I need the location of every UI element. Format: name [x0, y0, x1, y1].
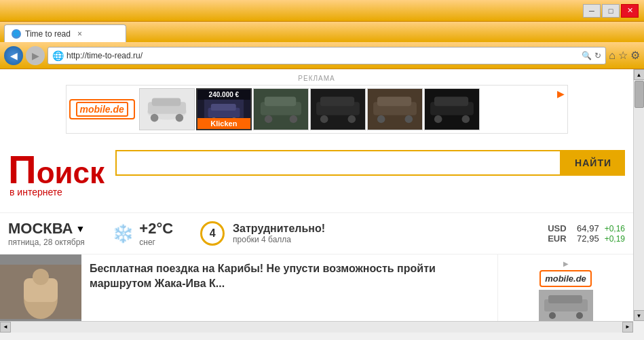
forward-button[interactable]: ▶ — [26, 46, 45, 65]
window-controls: ─ □ ✕ — [583, 4, 639, 18]
svg-point-4 — [151, 114, 159, 122]
news-text[interactable]: Бесплатная поездка на Карибы! Не упусти … — [81, 254, 497, 321]
traffic-info: 4 Затруднительно! пробки 4 балла — [200, 221, 325, 246]
back-icon: ◀ — [10, 50, 18, 61]
currency-change-eur: +0,19 — [605, 234, 625, 244]
search-section: П оиск в интернете НАЙТИ — [0, 139, 633, 212]
url-text: http://time-to-read.ru/ — [67, 51, 579, 60]
close-button[interactable]: ✕ — [621, 4, 639, 18]
news-ad-label: ▶ — [563, 260, 569, 267]
svg-rect-28 — [434, 97, 468, 107]
traffic-text: Затруднительно! — [233, 223, 325, 235]
search-input[interactable] — [122, 157, 554, 169]
favicon-icon: 🌐 — [52, 50, 64, 61]
klicken-button[interactable]: Klicken — [197, 118, 250, 129]
page-content: РЕКЛАМА mobile.de 2 — [0, 69, 633, 321]
car-thumb-4[interactable] — [310, 88, 366, 130]
car-thumb-3[interactable] — [253, 88, 309, 130]
car-thumb-6[interactable] — [424, 88, 480, 130]
ad-logo-text: mobile.de — [76, 102, 128, 117]
scroll-down-button[interactable]: ▼ — [634, 310, 645, 321]
ad-inner: mobile.de 240.000 € — [66, 85, 568, 134]
svg-point-14 — [265, 115, 273, 124]
active-tab[interactable]: 🌐 Time to read × — [4, 24, 126, 42]
svg-point-34 — [33, 269, 49, 285]
tab-bar: 🌐 Time to read × — [0, 22, 644, 42]
svg-point-15 — [289, 115, 297, 124]
svg-point-29 — [434, 115, 442, 124]
currency-value-eur: 72,95 — [572, 233, 599, 244]
news-ad-logo: mobile.de — [539, 270, 592, 287]
svg-point-20 — [347, 115, 356, 124]
svg-point-30 — [461, 115, 470, 124]
scroll-track[interactable] — [634, 80, 645, 310]
titlebar: ─ □ ✕ — [0, 0, 644, 22]
scroll-thumb[interactable] — [634, 81, 644, 108]
scroll-left-button[interactable]: ◄ — [0, 322, 11, 333]
scroll-up-button[interactable]: ▲ — [634, 69, 645, 80]
svg-rect-18 — [320, 97, 354, 107]
car-thumb-5[interactable] — [367, 88, 423, 130]
search-icon: 🔍 — [582, 51, 592, 60]
refresh-icon[interactable]: ↻ — [594, 51, 601, 60]
search-input-wrap[interactable] — [115, 150, 561, 176]
weather-section: МОСКВА ▼ пятница, 28 октября ❄️ +2°С сне… — [0, 212, 633, 254]
weather-info: ❄️ +2°С снег — [112, 220, 173, 247]
svg-point-24 — [377, 115, 385, 124]
search-brand: П оиск в интернете НАЙТИ — [8, 150, 625, 197]
minimize-button[interactable]: ─ — [583, 4, 601, 18]
city-date: пятница, 28 октября — [8, 238, 85, 247]
city-name: МОСКВА — [8, 220, 73, 238]
svg-point-5 — [175, 114, 183, 122]
weather-temp: +2°С — [139, 220, 173, 238]
car-thumb-1[interactable] — [139, 88, 195, 130]
ad-logo[interactable]: mobile.de — [69, 99, 135, 119]
car-thumb-2[interactable]: 240.000 € Klicken — [196, 88, 252, 130]
currency-value-usd: 64,97 — [572, 223, 599, 233]
currency-section: USD 64,97 +0,16 EUR 72,95 +0,19 — [546, 223, 625, 244]
settings-icon[interactable]: ⚙ — [630, 49, 640, 62]
city-info: МОСКВА ▼ пятница, 28 октября — [8, 220, 85, 247]
svg-point-25 — [404, 115, 413, 124]
svg-rect-37 — [548, 295, 582, 303]
home-icon[interactable]: ⌂ — [609, 50, 615, 62]
brand-rest: оиск — [37, 158, 105, 188]
svg-point-38 — [549, 312, 556, 319]
svg-point-19 — [320, 115, 328, 124]
favorites-icon[interactable]: ☆ — [618, 49, 628, 62]
city-dropdown[interactable]: ▼ — [75, 223, 85, 234]
tab-close-button[interactable]: × — [77, 29, 82, 39]
horizontal-scrollbar[interactable]: ◄ ► — [0, 321, 633, 332]
weather-condition: снег — [139, 238, 173, 247]
ad-label: РЕКЛАМА — [8, 75, 625, 82]
currency-change-usd: +0,16 — [605, 224, 625, 233]
back-button[interactable]: ◀ — [4, 46, 23, 65]
svg-rect-13 — [265, 97, 296, 107]
address-bar[interactable]: 🌐 http://time-to-read.ru/ 🔍 ↻ — [48, 47, 606, 64]
vertical-scrollbar[interactable]: ▲ ▼ — [633, 69, 644, 321]
traffic-ball: 4 — [200, 221, 225, 246]
currency-name-eur: EUR — [546, 233, 567, 244]
currency-name-usd: USD — [546, 223, 567, 233]
search-button[interactable]: НАЙТИ — [561, 150, 625, 176]
tab-favicon: 🌐 — [12, 29, 21, 39]
main-container: РЕКЛАМА mobile.de 2 — [0, 69, 644, 321]
ad-next-arrow[interactable]: ▶ — [557, 88, 565, 99]
forward-icon: ▶ — [32, 50, 39, 61]
brand-letter: П — [8, 150, 37, 189]
news-section: Бесплатная поездка на Карибы! Не упусти … — [0, 254, 633, 321]
brand-subtitle: в интернете — [8, 187, 62, 197]
weather-icon: ❄️ — [112, 223, 134, 244]
news-ad: ▶ mobile.de — [497, 254, 633, 321]
currency-row-usd: USD 64,97 +0,16 — [546, 223, 625, 233]
address-toolbar: ◀ ▶ 🌐 http://time-to-read.ru/ 🔍 ↻ ⌂ ☆ ⚙ — [0, 42, 644, 69]
restore-button[interactable]: □ — [602, 4, 620, 18]
hscroll-track[interactable] — [11, 322, 622, 333]
scroll-right-button[interactable]: ► — [622, 322, 633, 333]
tab-title: Time to read — [25, 29, 71, 39]
svg-rect-3 — [152, 98, 181, 107]
svg-rect-8 — [211, 104, 236, 111]
news-ad-car — [539, 290, 593, 321]
svg-point-39 — [576, 312, 583, 319]
car-price: 240.000 € — [197, 90, 250, 100]
